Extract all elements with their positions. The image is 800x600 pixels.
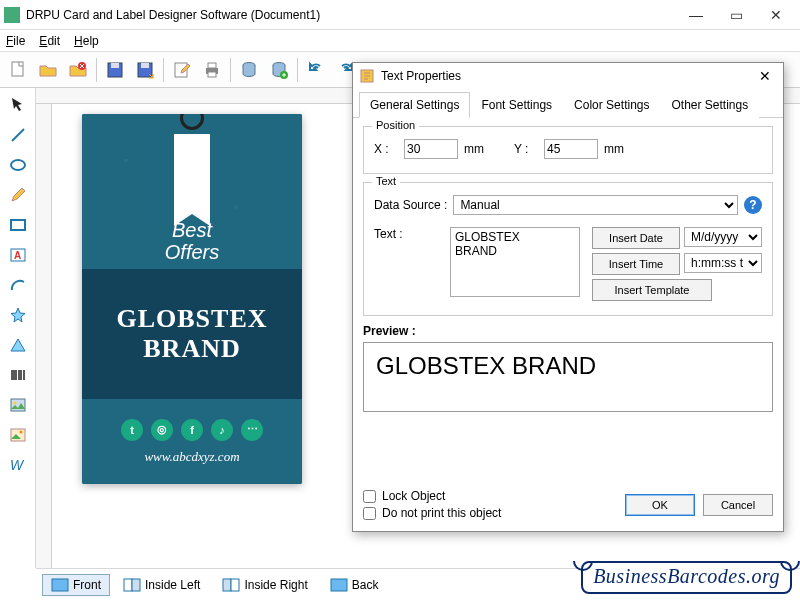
data-source-select[interactable]: Manual [453,195,738,215]
insert-template-button[interactable]: Insert Template [592,279,712,301]
page-tabs: Front Inside Left Inside Right Back [36,568,800,600]
save-as-button[interactable] [131,56,159,84]
svg-rect-19 [11,429,25,441]
tiktok-icon: ♪ [211,419,233,441]
database-add-button[interactable] [265,56,293,84]
chat-icon: ⋯ [241,419,263,441]
rectangle-tool[interactable] [4,212,32,238]
menubar: File Edit Help [0,30,800,52]
best-offers-text: Best Offers [82,219,302,263]
undo-button[interactable] [302,56,330,84]
lock-object-label: Lock Object [382,489,445,503]
app-icon [4,7,20,23]
tab-inside-left[interactable]: Inside Left [114,574,209,596]
y-unit: mm [604,142,624,156]
tab-inside-right-label: Inside Right [244,578,307,592]
line-tool[interactable] [4,122,32,148]
svg-rect-5 [141,63,149,68]
pointer-tool[interactable] [4,92,32,118]
text-tool[interactable]: A [4,242,32,268]
svg-rect-26 [231,579,239,591]
tab-inside-left-label: Inside Left [145,578,200,592]
dialog-titlebar: Text Properties ✕ [353,63,783,89]
ok-button[interactable]: OK [625,494,695,516]
tab-back-label: Back [352,578,379,592]
database-button[interactable] [235,56,263,84]
text-properties-dialog: Text Properties ✕ General Settings Font … [352,62,784,532]
new-doc-button[interactable] [4,56,32,84]
svg-rect-17 [11,399,25,411]
help-icon[interactable]: ? [744,196,762,214]
card-bottom-section: t ◎ f ♪ ⋯ www.abcdxyz.com [82,399,302,484]
do-not-print-label: Do not print this object [382,506,501,520]
do-not-print-checkbox[interactable]: Do not print this object [363,506,625,520]
x-unit: mm [464,142,484,156]
triangle-tool[interactable] [4,332,32,358]
tab-other-settings[interactable]: Other Settings [660,92,759,118]
close-doc-button[interactable] [64,56,92,84]
svg-rect-0 [12,62,23,76]
menu-edit[interactable]: Edit [39,34,60,48]
edit-button[interactable] [168,56,196,84]
dialog-close-button[interactable]: ✕ [753,66,777,86]
position-legend: Position [372,119,419,131]
barcode-tool[interactable] [4,362,32,388]
tab-back[interactable]: Back [321,574,388,596]
card-url: www.abcdxyz.com [144,449,239,465]
date-format-select[interactable]: M/d/yyyy [684,227,762,247]
data-source-label: Data Source : [374,198,447,212]
svg-text:A: A [14,250,21,261]
svg-rect-23 [124,579,132,591]
lock-object-input[interactable] [363,490,376,503]
window-controls: — ▭ ✕ [676,1,796,29]
tab-front[interactable]: Front [42,574,110,596]
tab-font-settings[interactable]: Font Settings [470,92,563,118]
svg-rect-14 [11,220,25,230]
time-format-select[interactable]: h:mm:ss tt [684,253,762,273]
do-not-print-input[interactable] [363,507,376,520]
svg-point-18 [13,402,16,405]
preview-box: GLOBSTEX BRAND [363,342,773,412]
ellipse-tool[interactable] [4,152,32,178]
insert-date-button[interactable]: Insert Date [592,227,680,249]
tab-color-settings[interactable]: Color Settings [563,92,660,118]
print-button[interactable] [198,56,226,84]
cancel-button[interactable]: Cancel [703,494,773,516]
image-tool[interactable] [4,392,32,418]
minimize-button[interactable]: — [676,1,716,29]
star-tool[interactable] [4,302,32,328]
maximize-button[interactable]: ▭ [716,1,756,29]
open-button[interactable] [34,56,62,84]
x-label: X : [374,142,398,156]
menu-help[interactable]: Help [74,34,99,48]
dialog-title: Text Properties [381,69,753,83]
tab-inside-right[interactable]: Inside Right [213,574,316,596]
save-button[interactable] [101,56,129,84]
dialog-icon [359,68,375,84]
wordart-tool[interactable]: W [4,452,32,478]
text-group: Text Data Source : Manual ? Text : Inser… [363,182,773,316]
hanger-icon [180,114,204,130]
arc-tool[interactable] [4,272,32,298]
svg-rect-27 [331,579,347,591]
tab-front-label: Front [73,578,101,592]
svg-rect-24 [132,579,140,591]
instagram-icon: ◎ [151,419,173,441]
tab-general-settings[interactable]: General Settings [359,92,470,118]
best-line2: Offers [82,241,302,263]
close-button[interactable]: ✕ [756,1,796,29]
pencil-tool[interactable] [4,182,32,208]
menu-file[interactable]: File [6,34,25,48]
svg-rect-9 [208,72,216,77]
lock-object-checkbox[interactable]: Lock Object [363,489,625,503]
brand-text: GLOBSTEX BRAND [82,269,302,399]
insert-time-button[interactable]: Insert Time [592,253,680,275]
picture-tool[interactable] [4,422,32,448]
text-input[interactable] [450,227,580,297]
social-icons: t ◎ f ♪ ⋯ [121,419,263,441]
svg-rect-25 [223,579,231,591]
twitter-icon: t [121,419,143,441]
card-preview[interactable]: Best Offers GLOBSTEX BRAND t ◎ f ♪ ⋯ www… [82,114,302,484]
x-input[interactable] [404,139,458,159]
y-input[interactable] [544,139,598,159]
